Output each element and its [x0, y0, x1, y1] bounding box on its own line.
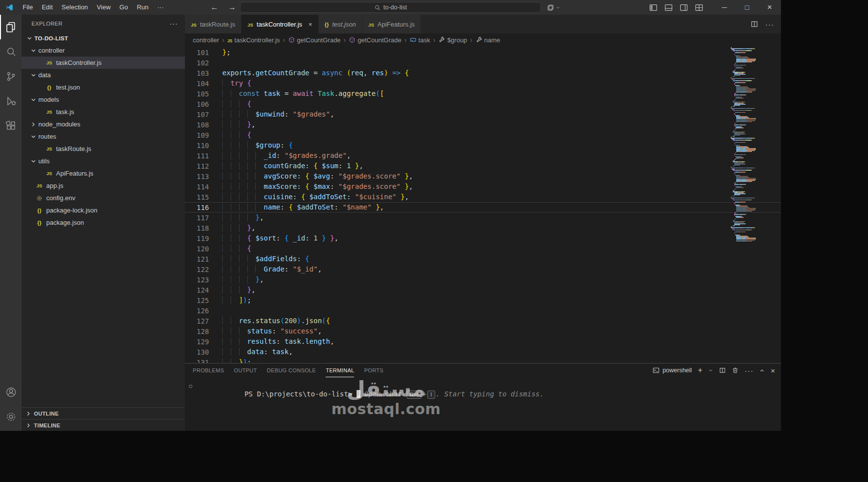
outline-section[interactable]: OUTLINE [22, 407, 185, 419]
close-panel-icon[interactable]: × [771, 366, 775, 375]
line-number[interactable]: 123 [185, 276, 209, 284]
terminal[interactable]: PS D:\projects\to-do-list> Open chat Ctr… [185, 377, 781, 431]
panel-tab-terminal[interactable]: TERMINAL [326, 364, 354, 377]
menu-item-file[interactable]: File [18, 0, 37, 15]
line-number[interactable]: 106 [185, 100, 209, 108]
line-number[interactable]: 129 [185, 338, 209, 346]
line-number[interactable]: 124 [185, 286, 209, 294]
breadcrumb-item-taskcontroller-js[interactable]: JStaskController.js [227, 36, 280, 44]
minimap[interactable] [731, 47, 773, 257]
line-number[interactable]: 104 [185, 80, 209, 88]
split-editor-icon[interactable] [750, 20, 758, 28]
tree-item-config-env[interactable]: config.env [22, 192, 185, 204]
line-number[interactable]: 113 [185, 173, 209, 181]
activity-item-explorer[interactable] [0, 15, 22, 39]
close-button[interactable]: × [758, 0, 781, 15]
line-number[interactable]: 105 [185, 90, 209, 98]
menu-item-edit[interactable]: Edit [37, 0, 57, 15]
new-terminal-icon[interactable]: + [698, 366, 702, 375]
breadcrumb-item-getcountgrade[interactable]: getCountGrade [349, 36, 401, 44]
panel-tab-ports[interactable]: PORTS [364, 364, 383, 377]
line-number[interactable]: 119 [185, 235, 209, 242]
tree-item-data[interactable]: data [22, 69, 185, 81]
breadcrumb-item-getcountgrade[interactable]: getCountGrade [288, 36, 341, 44]
line-number[interactable]: 128 [185, 328, 209, 335]
tree-item-routes[interactable]: routes [22, 130, 185, 143]
menu-item-selection[interactable]: Selection [57, 0, 92, 15]
activity-item-source-control[interactable] [0, 64, 22, 89]
tree-item-package-json[interactable]: {}package.json [22, 216, 185, 229]
line-number[interactable]: 120 [185, 245, 209, 253]
activity-item-extensions[interactable] [0, 113, 22, 138]
panel-tab-problems[interactable]: PROBLEMS [193, 364, 224, 377]
line-number[interactable]: 126 [185, 307, 209, 315]
breadcrumb-item-name[interactable]: name [476, 36, 501, 44]
tree-item-taskcontroller-js[interactable]: JStaskController.js [22, 57, 185, 69]
breadcrumb-item--group[interactable]: $group [438, 36, 467, 44]
menu-item-go[interactable]: Go [115, 0, 132, 15]
explorer-more-actions-icon[interactable]: ··· [170, 20, 178, 28]
line-number[interactable]: 109 [185, 131, 209, 139]
tree-root-to-do-list[interactable]: TO-DO-LIST [22, 32, 185, 44]
line-number[interactable]: 114 [185, 183, 209, 191]
timeline-section[interactable]: TIMELINE [22, 419, 185, 431]
line-number[interactable]: 127 [185, 317, 209, 325]
customize-layout-icon[interactable] [695, 3, 703, 12]
maximize-panel-icon[interactable] [759, 368, 765, 373]
activity-item-settings[interactable] [0, 404, 22, 429]
toggle-sidebar-icon[interactable] [649, 3, 658, 12]
history-forward-icon[interactable]: → [228, 3, 236, 12]
maximize-button[interactable]: □ [736, 0, 758, 15]
line-number[interactable]: 111 [185, 152, 209, 160]
tree-item-apifeaturs-js[interactable]: JSApiFeaturs.js [22, 167, 185, 180]
editor-more-actions-icon[interactable]: ··· [765, 20, 774, 29]
line-number[interactable]: 101 [185, 49, 209, 57]
chat-dropdown-icon[interactable] [547, 2, 560, 13]
command-decoration-icon[interactable] [189, 385, 192, 388]
menu-item-run[interactable]: Run [132, 0, 153, 15]
line-number[interactable]: 117 [185, 214, 209, 222]
tab-test-json[interactable]: {}test.json [319, 15, 362, 33]
toggle-secondary-sidebar-icon[interactable] [680, 3, 688, 12]
breadcrumb-item-controller[interactable]: controller [193, 36, 219, 44]
line-number[interactable]: 110 [185, 142, 209, 150]
tab-apifeaturs-js[interactable]: JSApiFeaturs.js [362, 15, 421, 33]
minimize-button[interactable]: ─ [713, 0, 736, 15]
terminal-shell-tab[interactable]: powershell [653, 367, 692, 374]
line-number[interactable]: 125 [185, 297, 209, 304]
tree-item-test-json[interactable]: {}test.json [22, 81, 185, 93]
line-number[interactable]: 107 [185, 111, 209, 119]
tree-item-taskroute-js[interactable]: JStaskRoute.js [22, 143, 185, 155]
line-number[interactable]: 116 [185, 204, 209, 211]
panel-tab-output[interactable]: OUTPUT [234, 364, 257, 377]
tree-item-controller[interactable]: controller [22, 44, 185, 57]
tab-taskroute-js[interactable]: JStaskRoute.js [185, 15, 241, 33]
tree-item-package-lock-json[interactable]: {}package-lock.json [22, 204, 185, 216]
line-number[interactable]: 118 [185, 224, 209, 232]
panel-more-actions-icon[interactable]: ··· [745, 366, 753, 375]
toggle-panel-icon[interactable] [664, 3, 673, 12]
tree-item-node-modules[interactable]: node_modules [22, 118, 185, 130]
line-number[interactable]: 102 [185, 59, 209, 67]
breadcrumb-item-task[interactable]: task [410, 36, 430, 44]
activity-item-search[interactable] [0, 39, 22, 64]
command-center-search[interactable]: to-do-list [240, 2, 541, 13]
close-tab-icon[interactable]: × [308, 21, 312, 28]
tab-taskcontroller-js[interactable]: JStaskController.js× [241, 15, 319, 33]
line-number[interactable]: 108 [185, 121, 209, 129]
line-number[interactable]: 112 [185, 162, 209, 170]
line-number[interactable]: 115 [185, 193, 209, 201]
activity-item-run-debug[interactable] [0, 89, 22, 113]
menu-item-view[interactable]: View [92, 0, 115, 15]
tree-item-app-js[interactable]: JSapp.js [22, 180, 185, 192]
tree-item-task-js[interactable]: JStask.js [22, 106, 185, 118]
terminal-dropdown-icon[interactable] [708, 368, 713, 373]
line-number[interactable]: 122 [185, 266, 209, 273]
activity-item-account[interactable] [0, 380, 22, 404]
history-back-icon[interactable]: ← [210, 3, 218, 12]
tree-item-utils[interactable]: utils [22, 155, 185, 167]
editor[interactable]: 101};102103exports.getCountGrade = async… [185, 46, 781, 363]
line-number[interactable]: 130 [185, 348, 209, 356]
split-terminal-icon[interactable] [719, 367, 726, 374]
panel-tab-debug-console[interactable]: DEBUG CONSOLE [267, 364, 316, 377]
